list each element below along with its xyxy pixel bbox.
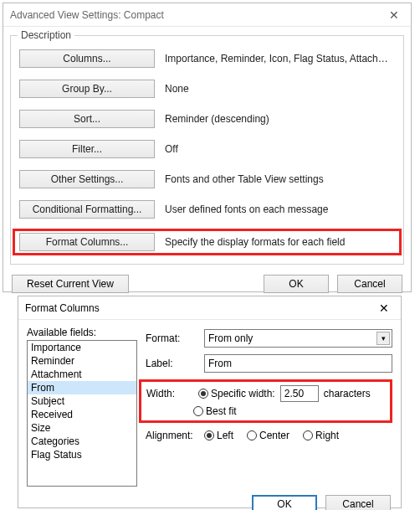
align-center-label: Center <box>259 430 289 441</box>
label-input[interactable] <box>204 354 392 373</box>
row-condfmt: Conditional Formatting... User defined f… <box>19 200 395 219</box>
alignment-label: Alignment: <box>146 430 199 441</box>
titlebar: Format Columns ✕ <box>18 296 401 320</box>
bestfit-label: Best fit <box>206 405 237 417</box>
reset-view-button[interactable]: Reset Current View <box>12 275 129 293</box>
row-groupby: Group By... None <box>19 80 395 98</box>
radio-icon <box>204 430 214 440</box>
condformat-button[interactable]: Conditional Formatting... <box>19 200 155 219</box>
othersettings-button[interactable]: Other Settings... <box>19 170 155 188</box>
dialog-title: Format Columns <box>25 302 367 314</box>
format-form: Format: From only ▾ Label: Width: Specif… <box>146 327 392 487</box>
available-fields-listbox[interactable]: Importance Reminder Attachment From Subj… <box>27 340 137 487</box>
sort-desc: Reminder (descending) <box>165 113 395 125</box>
specific-width-label: Specific width: <box>211 388 275 399</box>
cancel-button[interactable]: Cancel <box>325 495 391 510</box>
align-right-label: Right <box>315 430 339 441</box>
radio-icon <box>198 389 208 399</box>
groupby-desc: None <box>165 83 395 95</box>
close-icon[interactable]: ✕ <box>367 296 401 320</box>
sort-button[interactable]: Sort... <box>19 110 155 128</box>
filter-desc: Off <box>165 143 395 155</box>
format-row: Format: From only ▾ <box>146 329 392 348</box>
format-label: Format: <box>146 332 199 344</box>
specific-width-radio[interactable]: Specific width: <box>198 388 275 399</box>
ok-button[interactable]: OK <box>252 495 317 510</box>
dialog-body: Available fields: Importance Reminder At… <box>18 320 401 490</box>
row-formatcolumns: Format Columns... Specify the display fo… <box>14 230 400 254</box>
bestfit-radio[interactable]: Best fit <box>193 405 237 417</box>
align-left-label: Left <box>217 430 233 441</box>
description-group: Description Columns... Importance, Remin… <box>10 35 404 265</box>
characters-label: characters <box>324 388 371 399</box>
ok-button[interactable]: OK <box>264 275 329 293</box>
width-input[interactable] <box>280 385 319 402</box>
label-row: Label: <box>146 354 392 373</box>
condformat-desc: User defined fonts on each message <box>165 203 395 215</box>
align-center-radio[interactable]: Center <box>247 430 289 441</box>
width-label: Width: <box>146 388 193 399</box>
format-columns-dialog: Format Columns ✕ Available fields: Impor… <box>18 296 402 508</box>
width-row: Width: Specific width: characters <box>146 385 385 402</box>
radio-icon <box>247 430 257 440</box>
list-item[interactable]: Importance <box>28 341 136 354</box>
width-section: Width: Specific width: characters Best f… <box>139 379 392 423</box>
row-sort: Sort... Reminder (descending) <box>19 110 395 128</box>
row-filter: Filter... Off <box>19 140 395 158</box>
filter-button[interactable]: Filter... <box>19 140 155 158</box>
formatcolumns-button[interactable]: Format Columns... <box>19 233 155 251</box>
columns-button[interactable]: Columns... <box>19 49 155 68</box>
align-right-radio[interactable]: Right <box>303 430 339 441</box>
format-value: From only <box>208 332 253 344</box>
columns-desc: Importance, Reminder, Icon, Flag Status,… <box>165 53 395 64</box>
titlebar: Advanced View Settings: Compact ✕ <box>3 3 411 27</box>
align-left-radio[interactable]: Left <box>204 430 233 441</box>
list-item[interactable]: Received <box>28 408 136 421</box>
alignment-row: Alignment: Left Center Right <box>146 430 392 441</box>
radio-icon <box>193 406 203 416</box>
list-item[interactable]: Categories <box>28 435 136 448</box>
close-icon[interactable]: ✕ <box>377 3 411 27</box>
othersettings-desc: Fonts and other Table View settings <box>165 173 395 185</box>
label-label: Label: <box>146 358 199 369</box>
bestfit-row: Best fit <box>193 405 385 417</box>
available-fields-label: Available fields: <box>27 327 137 338</box>
format-select[interactable]: From only ▾ <box>204 329 392 348</box>
cancel-button[interactable]: Cancel <box>337 275 402 293</box>
available-fields-panel: Available fields: Importance Reminder At… <box>27 327 137 487</box>
radio-icon <box>303 430 313 440</box>
chevron-down-icon: ▾ <box>376 332 390 345</box>
group-legend: Description <box>18 29 74 41</box>
list-item[interactable]: From <box>28 381 136 394</box>
groupby-button[interactable]: Group By... <box>19 80 155 98</box>
row-othersettings: Other Settings... Fonts and other Table … <box>19 170 395 188</box>
row-columns: Columns... Importance, Reminder, Icon, F… <box>19 49 395 68</box>
advanced-view-settings-dialog: Advanced View Settings: Compact ✕ Descri… <box>3 3 412 292</box>
list-item[interactable]: Reminder <box>28 354 136 368</box>
list-item[interactable]: Size <box>28 421 136 435</box>
dialog-bottom: OK Cancel <box>18 490 401 510</box>
dialog-title: Advanced View Settings: Compact <box>10 9 377 21</box>
list-item[interactable]: Subject <box>28 394 136 408</box>
list-item[interactable]: Flag Status <box>28 448 136 461</box>
formatcolumns-desc: Specify the display formats for each fie… <box>165 236 395 248</box>
list-item[interactable]: Attachment <box>28 368 136 381</box>
